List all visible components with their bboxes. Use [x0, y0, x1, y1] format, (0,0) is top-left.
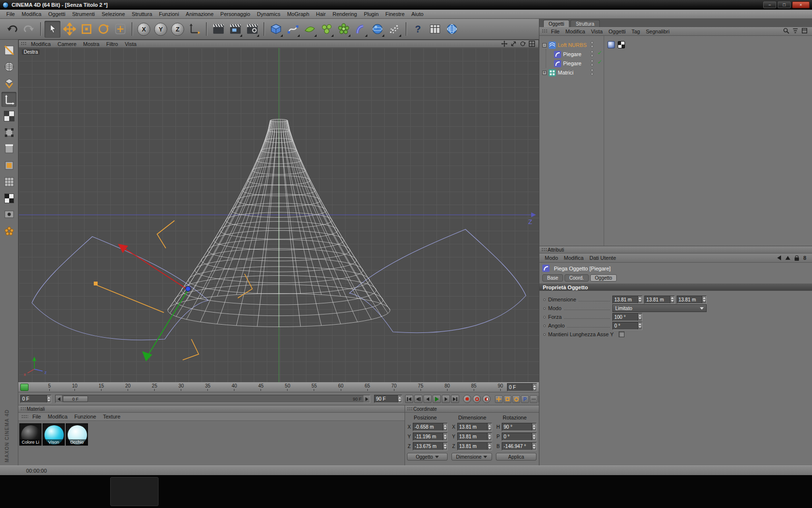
visibility-toggles[interactable] [591, 69, 594, 75]
close-button[interactable]: × [792, 1, 810, 8]
points-mode-icon[interactable] [1, 125, 16, 140]
panel-grip[interactable] [20, 407, 26, 411]
next-frame-button[interactable] [442, 395, 450, 403]
autokeying-button[interactable] [473, 395, 481, 403]
search-icon[interactable] [783, 28, 789, 35]
rotation-h-field[interactable]: 90 ° [502, 423, 536, 431]
z-axis-lock-button[interactable]: Z [170, 21, 186, 38]
x-axis-lock-button[interactable]: X [136, 21, 152, 38]
stepper[interactable] [532, 384, 536, 391]
enable-check[interactable]: ✓ [597, 59, 602, 65]
record-keyframe-button[interactable] [463, 395, 471, 403]
uv-mode-icon[interactable] [1, 174, 16, 189]
visibility-toggles[interactable] [591, 50, 594, 57]
play-button[interactable] [433, 395, 441, 403]
viewport-menu-filtro[interactable]: Filtro [103, 41, 121, 47]
nurbs-generator-icon[interactable] [302, 21, 318, 38]
record-rotation-toggle[interactable] [512, 395, 520, 403]
texture-mode-icon[interactable] [1, 75, 16, 90]
phong-tag-icon[interactable] [608, 41, 615, 48]
record-pla-toggle[interactable] [530, 395, 537, 403]
object-axis-mode-icon[interactable] [1, 92, 16, 107]
dimensione-y-field[interactable]: 13.81 m [644, 296, 674, 304]
zoom-view-icon[interactable] [510, 41, 517, 47]
menu-selezione[interactable]: Selezione [98, 11, 128, 17]
animation-dot-icon[interactable] [543, 325, 546, 327]
position-mode-dropdown[interactable]: Oggetto [407, 453, 448, 461]
stepper[interactable] [487, 433, 492, 440]
size-mode-dropdown[interactable]: Dimensione [451, 453, 492, 461]
record-modes-button[interactable] [482, 395, 491, 403]
object-label[interactable]: Matrici [558, 70, 573, 75]
size-x-field[interactable]: 13.81 m [457, 423, 492, 431]
stepper[interactable] [638, 296, 642, 303]
om-menu-modifica[interactable]: Modifica [563, 29, 588, 34]
menu-aiuto[interactable]: Aiuto [408, 11, 427, 17]
y-axis-arrowhead[interactable] [142, 351, 152, 361]
dimensione-z-field[interactable]: 13.81 m [677, 296, 707, 304]
visibility-toggles[interactable] [591, 41, 594, 48]
rotate-view-icon[interactable] [519, 41, 526, 47]
stepper[interactable] [443, 423, 447, 431]
spline-icon[interactable] [285, 21, 301, 38]
panel-grip[interactable] [542, 29, 547, 33]
stepper[interactable] [46, 395, 51, 403]
apply-button[interactable]: Applica [496, 453, 536, 461]
object-origin-handle[interactable] [186, 286, 190, 291]
previous-key-button[interactable] [414, 395, 422, 403]
dimensione-x-field[interactable]: 13.81 m [612, 296, 642, 304]
record-parameter-toggle[interactable]: P [521, 395, 529, 403]
visibility-toggles[interactable] [591, 60, 594, 66]
menu-struttura[interactable]: Struttura [129, 11, 156, 17]
online-updater-icon[interactable] [444, 21, 460, 38]
menu-plugin[interactable]: Plugin [361, 11, 382, 17]
stepper[interactable] [532, 423, 536, 431]
om-menu-vista[interactable]: Vista [588, 29, 606, 34]
sync-icon[interactable]: 8 [803, 255, 806, 261]
redo-icon[interactable] [21, 21, 37, 38]
spline-point-handle[interactable] [94, 282, 98, 285]
primitive-cube-icon[interactable] [268, 21, 284, 38]
viewport-menu-mostra[interactable]: Mostra [80, 41, 102, 47]
viewport-menu-modifica[interactable]: Modifica [28, 41, 54, 47]
title-bar[interactable]: CINEMA 4D (64 Bit) - [Senza Titolo 2 *] … [0, 0, 812, 10]
object-label[interactable]: Piegare [563, 60, 581, 66]
materials-menu-texture[interactable]: Texture [100, 414, 124, 419]
scale-tool-icon[interactable] [78, 21, 94, 38]
menu-finestre[interactable]: Finestre [382, 11, 408, 17]
menu-personaggio[interactable]: Personaggio [217, 11, 254, 17]
om-menu-oggetti[interactable]: Oggetti [606, 29, 628, 34]
mantieni-checkbox[interactable] [619, 331, 624, 337]
object-tree[interactable]: - Loft NURBS Piegare Piegare + Matrici [539, 36, 812, 246]
menu-rendering[interactable]: Rendering [329, 11, 361, 17]
coordinate-system-icon[interactable] [187, 21, 203, 38]
menu-mograph[interactable]: MoGraph [284, 11, 313, 17]
render-picture-viewer-icon[interactable] [227, 21, 243, 38]
render-view-icon[interactable] [210, 21, 226, 38]
undo-icon[interactable] [4, 21, 20, 38]
animation-dot-icon[interactable] [543, 307, 546, 310]
toggle-views-icon[interactable] [528, 41, 536, 47]
menu-funzioni[interactable]: Funzioni [156, 11, 183, 17]
x-axis-handle[interactable] [124, 248, 188, 290]
object-row-matrici[interactable]: + Matrici [542, 68, 573, 77]
parent-object-icon[interactable] [785, 256, 790, 260]
panel-grip[interactable] [541, 248, 547, 252]
animation-dot-icon[interactable] [543, 299, 546, 301]
stepper[interactable] [670, 296, 674, 303]
lock-icon[interactable] [795, 257, 799, 261]
timeline-playhead[interactable] [20, 384, 29, 391]
collapse-icon[interactable]: - [542, 43, 547, 47]
panel-grip[interactable] [21, 42, 26, 46]
viewport-canvas[interactable]: Destra Z [19, 48, 539, 383]
help-icon[interactable]: ? [410, 21, 426, 38]
materials-menu-modifica[interactable]: Modifica [44, 414, 71, 419]
panel-grip[interactable] [407, 407, 412, 411]
tab-oggetti[interactable]: Oggetti [543, 20, 569, 27]
goto-end-button[interactable] [451, 395, 459, 403]
stepper[interactable] [638, 314, 642, 321]
angolo-field[interactable]: 0 ° [612, 322, 642, 330]
menu-hair[interactable]: Hair [313, 11, 329, 17]
section-header[interactable]: Proprietà Oggetto [539, 284, 812, 291]
isoline-mode-icon[interactable] [1, 191, 16, 206]
